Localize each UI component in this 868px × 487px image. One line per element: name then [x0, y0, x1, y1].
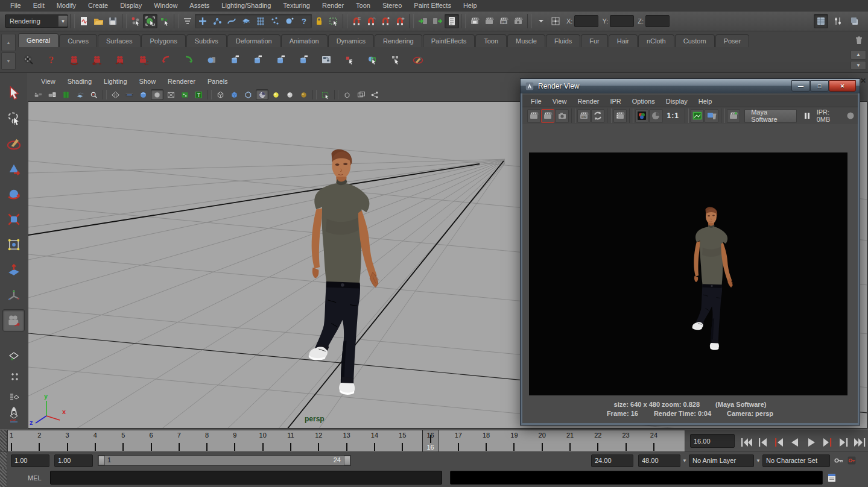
highlight-selection-icon[interactable] [326, 14, 341, 28]
vp-cam-attrs-icon[interactable] [46, 89, 59, 100]
menu-lighting-shading[interactable]: Lighting/Shading [216, 1, 276, 10]
new-scene-icon[interactable] [77, 14, 91, 28]
attribute-editor-toggle-icon[interactable] [847, 14, 862, 28]
menu-window[interactable]: Window [148, 1, 183, 10]
snap-point-icon[interactable] [378, 14, 393, 28]
select-object-icon[interactable] [143, 14, 157, 28]
shelf-tab-general[interactable]: General [18, 33, 59, 47]
panel-menu-lighting[interactable]: Lighting [98, 77, 133, 86]
bucket-tag-3-icon[interactable] [270, 49, 291, 70]
range-end-handle[interactable] [344, 456, 350, 465]
menu-create[interactable]: Create [83, 1, 113, 10]
go-to-end-button[interactable] [852, 435, 868, 450]
vp-text-icon[interactable]: T [192, 89, 205, 100]
x-coordinate-field[interactable] [574, 15, 598, 27]
rv-refresh-icon[interactable] [591, 109, 604, 123]
layout-four-icon[interactable] [2, 367, 25, 386]
tool-settings-toggle-icon[interactable] [831, 14, 845, 28]
help-question-icon[interactable]: ? [41, 49, 62, 70]
tool-universal-icon[interactable] [2, 233, 25, 256]
render-view-menu-view[interactable]: View [548, 96, 572, 106]
close-button[interactable]: ✕ [829, 80, 856, 92]
rendered-image[interactable] [529, 152, 847, 395]
xyz-grid-icon[interactable] [548, 14, 563, 28]
maximize-button[interactable]: □ [810, 80, 829, 92]
render-view-menu-help[interactable]: Help [694, 96, 717, 106]
lock-selection-icon[interactable] [312, 14, 326, 28]
render-view-menu-render[interactable]: Render [572, 96, 604, 106]
range-start-handle[interactable] [98, 456, 105, 465]
tool-rotate-icon[interactable] [2, 183, 25, 205]
menu-paint-effects[interactable]: Paint Effects [408, 1, 457, 10]
instance-object-icon[interactable] [362, 49, 382, 70]
vp-textured-icon[interactable] [179, 89, 191, 100]
open-folder-icon[interactable] [91, 14, 106, 28]
hypergraph-icon[interactable] [316, 49, 337, 70]
output-connections-icon[interactable] [430, 14, 445, 28]
range-slider[interactable]: 1 24 [98, 455, 351, 466]
shelf-tab-curves[interactable]: Curves [59, 34, 97, 47]
time-slider-grip[interactable] [0, 430, 7, 452]
go-to-start-button[interactable] [738, 435, 754, 450]
rv-keep-image-icon[interactable] [727, 109, 740, 123]
set-key-icon[interactable] [833, 455, 844, 466]
bulb-gray-icon[interactable] [284, 89, 296, 100]
vp-shaded-icon[interactable] [137, 89, 150, 100]
tool-paint-select-icon[interactable] [2, 132, 25, 154]
shelf-tab-hair[interactable]: Hair [609, 34, 638, 47]
shelf-tab-toon[interactable]: Toon [475, 34, 507, 47]
trash-icon[interactable] [852, 34, 866, 46]
camera-dolly-icon[interactable] [110, 49, 130, 70]
tool-select-icon[interactable] [2, 81, 25, 104]
undo-view-icon[interactable] [156, 49, 176, 70]
vp-wireframe-icon[interactable] [109, 89, 122, 100]
tool-soft-mod-icon[interactable] [2, 259, 25, 281]
vp-checker-icon[interactable] [256, 89, 268, 100]
rv-pause-icon[interactable] [800, 109, 814, 123]
step-back-frame-button[interactable] [755, 435, 770, 450]
animation-start-field[interactable] [11, 454, 49, 467]
open-render-view-icon[interactable] [467, 14, 482, 28]
shelf-tab-polygons[interactable]: Polygons [141, 34, 185, 47]
construction-history-icon[interactable] [445, 14, 459, 28]
anim-layer-field[interactable] [689, 454, 754, 467]
z-coordinate-field[interactable] [645, 15, 670, 27]
mask-deformers-icon[interactable] [253, 14, 268, 28]
render-view-menu-display[interactable]: Display [661, 96, 692, 106]
auto-keyframe-icon[interactable] [846, 455, 857, 466]
vp-cameras-icon[interactable] [32, 89, 45, 100]
tool-tripod-icon[interactable] [2, 284, 25, 306]
minimize-button[interactable]: — [791, 80, 810, 92]
animation-end-field[interactable] [638, 454, 680, 467]
render-view-menu-ipr[interactable]: IPR [605, 96, 626, 106]
range-slider-grip[interactable] [0, 452, 7, 469]
tri-down-icon[interactable] [534, 14, 548, 28]
menu-toon[interactable]: Toon [350, 1, 376, 10]
render-view-window[interactable]: Render View — □ ✕ FileViewRenderIPROptio… [520, 78, 860, 426]
select-component-icon[interactable] [157, 14, 172, 28]
save-scene-icon[interactable] [106, 14, 120, 28]
delete-object-icon[interactable] [201, 49, 222, 70]
shelf-switch-up[interactable]: ▲ [1, 34, 16, 51]
shelf-tab-custom[interactable]: Custom [675, 34, 715, 47]
channel-box-toggle-icon[interactable] [814, 14, 828, 28]
chevron-down-icon[interactable]: ▼ [680, 455, 689, 467]
shelf-tab-muscle[interactable]: Muscle [507, 34, 545, 47]
shelf-tab-dynamics[interactable]: Dynamics [328, 34, 374, 47]
rv-region-icon[interactable] [613, 109, 627, 123]
current-time-field[interactable] [690, 434, 735, 448]
selection-filter-icon[interactable] [180, 14, 195, 28]
bulb-yellow-icon[interactable] [270, 89, 282, 100]
playback-start-field[interactable] [54, 454, 93, 467]
rv-render-icon[interactable] [527, 109, 540, 123]
vp-cube-blue-icon[interactable] [228, 89, 241, 100]
bucket-tag-2-icon[interactable] [247, 49, 268, 70]
vp-cube-small-icon[interactable] [341, 89, 353, 100]
mask-misc-icon[interactable]: ? [297, 14, 311, 28]
menu-file[interactable]: File [5, 1, 27, 10]
vp-multi-pane-icon[interactable] [355, 89, 367, 100]
tool-move-icon[interactable] [2, 157, 25, 180]
panel-menu-view[interactable]: View [36, 77, 61, 86]
vp-cube-outline-icon[interactable] [242, 89, 255, 100]
vp-bookmark-icon[interactable] [60, 89, 72, 100]
